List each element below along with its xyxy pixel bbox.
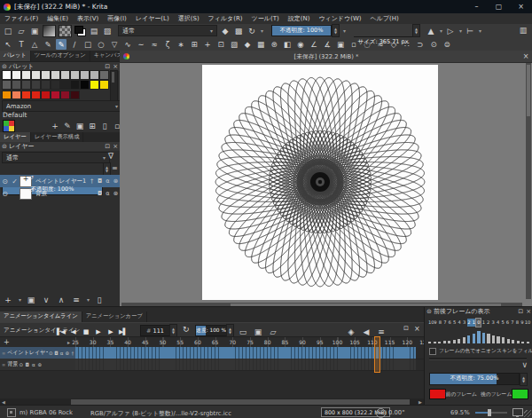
audio-icon[interactable]: ◀ [361,327,372,337]
palette-swatch[interactable] [21,70,31,80]
float-docker-icon[interactable]: ⊡ [105,63,110,70]
onion-offset-4[interactable]: 4 [496,319,500,327]
tool-fill[interactable]: ◧ [282,39,293,50]
gradient-swatch[interactable] [43,25,56,37]
pin-icon[interactable]: † [88,177,96,185]
create-duplicate-frame-icon[interactable]: ▣ [253,327,263,337]
tool-multibrush[interactable]: ∗ [176,39,186,50]
save-palette-button[interactable]: ▣ [74,121,85,131]
keyframe-cells[interactable] [75,359,416,370]
add-layer-button[interactable]: + [3,295,13,305]
palette-swatch[interactable] [80,80,90,90]
chevron-down-icon[interactable]: ▾ [19,296,21,303]
previous-frame-color-button[interactable] [429,389,446,399]
current-frame-box[interactable]: # 111 [140,325,170,336]
palette-swatch[interactable] [51,70,60,80]
track-label-cell[interactable]: ≡ペイントレイヤー1⊙◘α⊚† [0,347,75,359]
onion-opacity-bar[interactable] [473,334,475,343]
reload-preset-icon[interactable]: ↻ [246,26,257,36]
onion-opacity-bar[interactable] [467,335,470,343]
close-docker-icon[interactable]: × [113,143,118,150]
tool-freehand-brush[interactable]: ✎ [56,39,66,50]
onion-opacity-bar[interactable] [482,333,485,343]
inherit-alpha-icon[interactable]: α [104,190,112,197]
brush-opacity-slider[interactable]: 不透明度: 100% [271,25,332,36]
tool-smart-patch[interactable]: ⊛ [269,39,279,50]
menu-item-9[interactable]: ウィンドウ(W) [314,13,365,24]
tool-zoom[interactable]: ⊙ [428,39,439,50]
brush-preset-name[interactable]: m) RGBA 06 Rock [20,409,73,416]
keyframe-cells[interactable] [75,347,416,359]
frame-spinner[interactable]: ▲▼ [169,324,177,337]
float-docker-icon[interactable]: ⊡ [403,325,409,332]
tool-select-shapes[interactable]: ↖ [3,39,13,50]
float-docker-icon[interactable]: ⊡ [105,143,110,150]
palette-swatch[interactable] [2,70,12,80]
onion-offset-5[interactable]: 5 [501,319,505,327]
tool-measure[interactable]: ∡ [322,39,332,50]
tool-polyline[interactable]: ∿ [122,39,133,50]
onion-offset-0[interactable]: 0 [476,319,481,327]
canvas-vertical-scrollbar[interactable] [526,63,531,299]
onion-offset--7[interactable]: 7 [442,319,447,327]
palette-swatch[interactable] [31,80,41,90]
menu-item-3[interactable]: 画像(I) [103,13,131,24]
speed-spinner[interactable]: ▲▼ [226,324,234,337]
onion-offset-7[interactable]: 7 [510,319,514,327]
tool-gradient[interactable]: ▨ [229,39,239,50]
add-swatch-button[interactable]: + [50,121,60,131]
palette-swatch[interactable] [70,70,80,80]
menu-item-6[interactable]: フィルタ(R) [204,13,247,24]
onion-opacity-bar[interactable] [458,339,460,343]
preserve-alpha-icon[interactable]: ▩ [233,26,244,36]
palette-swatch[interactable] [31,70,41,80]
palette-swatch[interactable] [60,91,70,100]
palette-swatch[interactable] [60,70,70,80]
palette-view-button[interactable]: ⊞ [87,121,98,131]
onion-offset--1[interactable]: 1 [472,319,476,327]
mirror-horizontal-icon[interactable]: ▲ [426,26,436,36]
tab-パレット[interactable]: パレット [0,51,31,61]
tool-magnetic-select[interactable]: ⊃ [415,39,426,50]
save-icon[interactable]: ▣ [29,26,40,36]
onion-skin-toggle-icon[interactable]: ◈ [346,327,356,337]
onion-offset--5[interactable]: 5 [452,319,457,327]
inherit-alpha-icon[interactable]: α [30,362,36,367]
onion-offset-3[interactable]: 3 [491,319,496,327]
checkbox[interactable] [429,348,436,355]
tool-pan[interactable]: ⊜ [442,39,452,50]
onion-opacity-bar[interactable] [438,342,441,343]
chevron-down-icon[interactable]: ▾ [343,28,346,34]
tool-color-sampler[interactable]: ◆ [242,39,253,50]
onion-offset--9[interactable]: 9 [433,319,437,327]
onion-opacity-bar[interactable] [477,331,480,343]
tool-reference-images[interactable]: ▣ [335,39,346,50]
delete-swatch-button[interactable]: ▯ [99,121,110,131]
palette-swatch[interactable] [31,91,41,100]
tool-ellipse[interactable]: ○ [96,39,106,50]
skip-to-start-button[interactable]: ▌◀ [55,327,66,337]
stop-button[interactable]: ■ [80,327,91,337]
next-frame-color-button[interactable] [512,389,528,399]
palette-swatch[interactable] [99,70,109,80]
palette-swatch[interactable] [41,80,51,90]
move-layer-up-button[interactable]: ∧ [56,295,66,305]
layer-style-icon[interactable]: ⊚ [112,190,120,197]
palette-swatch[interactable] [41,91,51,100]
layer-blend-mode-select[interactable]: 通常 ▾ [2,152,110,163]
loop-icon[interactable]: ↻ [183,325,190,334]
onion-opacity-bar[interactable] [453,340,456,343]
onion-opacity-bar[interactable] [487,334,489,343]
tool-crop[interactable]: ⊡ [215,39,226,50]
edit-palette-button[interactable]: ✎ [62,121,73,131]
onion-opacity-bar[interactable] [527,342,529,343]
palette-swatch[interactable] [90,70,99,80]
onion-offset-10[interactable]: 10 [525,319,529,327]
palette-scrollbar[interactable] [110,70,118,102]
menu-item-8[interactable]: 設定(N) [284,13,315,24]
onion-offset-1[interactable]: 1 [481,319,486,327]
menu-item-1[interactable]: 編集(E) [43,13,73,24]
onion-opacity-bar[interactable] [507,339,510,343]
chevron-down-icon[interactable]: ▾ [261,28,263,34]
brush-blend-mode-select[interactable]: 通常 ▾ [118,25,217,36]
